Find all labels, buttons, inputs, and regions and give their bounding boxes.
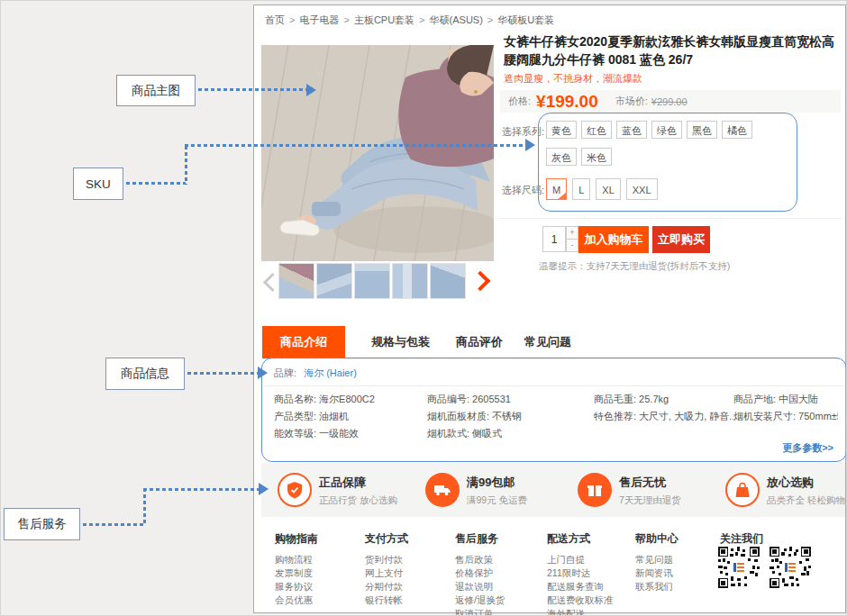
service-item: 正品保障 正品行货 放心选购	[278, 473, 397, 507]
footer-link[interactable]: 返修/退换货	[455, 593, 542, 607]
spec-cell: 烟机安装尺寸: 750mm±50mm (烟...	[733, 410, 838, 427]
footer-column-shopping-guide: 购物指南 购物流程 发票制度 服务协议 会员优惠	[275, 531, 361, 607]
tab-spec-packaging[interactable]: 规格与包装	[371, 326, 430, 358]
spec-cell: 商品产地: 中国大陆	[733, 393, 838, 410]
promo-text: 遮肉显瘦，不挑身材，潮流爆款	[504, 72, 642, 86]
footer-link[interactable]: 价格保护	[455, 566, 542, 580]
breadcrumb-link[interactable]: 主板CPU套装	[354, 14, 414, 25]
spec-cell: 烟机款式: 侧吸式	[427, 427, 594, 444]
quantity-input[interactable]	[542, 226, 566, 252]
footer-link[interactable]: 211限时达	[547, 566, 633, 580]
footer-link[interactable]: 配送费收取标准	[547, 593, 633, 607]
footer-link[interactable]: 联系我们	[635, 580, 722, 593]
quantity-increase-button[interactable]: +	[566, 226, 578, 240]
model-photo-illustration	[261, 45, 494, 261]
service-title: 售后无忧	[619, 475, 681, 491]
thumbnail-1[interactable]	[278, 263, 314, 299]
more-params-link[interactable]: 更多参数>>	[782, 441, 833, 455]
arrow-right-icon	[258, 367, 268, 379]
service-item: 满99包邮 满99元 免运费	[425, 473, 527, 507]
footer-link[interactable]: 上门自提	[547, 553, 633, 566]
footer-column-title: 购物指南	[275, 531, 361, 547]
footer-link[interactable]: 售后政策	[455, 553, 542, 566]
thumbnail-4[interactable]	[392, 263, 428, 299]
spec-cell: 烟机面板材质: 不锈钢	[427, 410, 594, 427]
quantity-decrease-button[interactable]: -	[566, 239, 578, 252]
annotation-line	[126, 182, 186, 185]
sku-highlight-outline	[538, 113, 797, 212]
tab-faq[interactable]: 常见问题	[524, 326, 571, 358]
bag-icon	[725, 473, 760, 507]
truck-icon	[425, 473, 460, 507]
service-desc: 7天无理由退货	[619, 494, 681, 507]
footer-link[interactable]: 退款说明	[455, 580, 542, 593]
price-value: ¥199.00	[536, 92, 598, 112]
footer-column-delivery: 配送方式 上门自提 211限时达 配送服务查询 配送费收取标准 海外配送	[547, 531, 633, 616]
service-title: 放心选购	[767, 475, 845, 491]
annotation-line	[143, 488, 259, 491]
annotation-label-main-image: 商品主图	[116, 75, 196, 106]
footer-link[interactable]: 配送服务查询	[547, 580, 633, 593]
service-desc: 满99元 免运费	[467, 494, 527, 507]
service-item: 放心选购 品类齐全 轻松购物	[725, 473, 845, 507]
arrow-right-icon	[306, 84, 316, 96]
brand-label: 品牌:	[274, 367, 296, 378]
return-policy-tip: 温馨提示：支持7天无理由退货(拆封后不支持)	[539, 260, 730, 273]
footer-link[interactable]: 网上支付	[365, 566, 451, 580]
qr-code	[770, 547, 811, 588]
market-price-value: ¥299.00	[651, 96, 688, 107]
footer-column-help: 帮助中心 常见问题 新闻资讯 联系我们	[635, 531, 722, 593]
service-title: 满99包邮	[467, 475, 527, 491]
thumbnail-3[interactable]	[354, 263, 390, 299]
footer-link[interactable]: 服务协议	[275, 580, 361, 593]
gift-icon	[578, 473, 612, 507]
breadcrumb-link[interactable]: 华硕板U套装	[497, 14, 554, 25]
breadcrumb-link[interactable]: 电子电器	[299, 14, 339, 25]
footer-link[interactable]: 分期付款	[365, 580, 451, 593]
chevron-right-icon[interactable]	[470, 271, 491, 292]
annotation-line	[185, 144, 525, 147]
footer-column-title: 帮助中心	[635, 531, 722, 547]
breadcrumb: 首页>电子电器>主板CPU套装>华硕(ASUS)>华硕板U套装	[262, 14, 557, 27]
annotation-line	[185, 146, 187, 185]
service-item: 售后无忧 7天无理由退货	[578, 473, 681, 507]
footer-link[interactable]: 海外配送	[547, 607, 633, 616]
arrow-right-icon	[525, 139, 535, 151]
service-title: 正品保障	[319, 475, 397, 491]
breadcrumb-link[interactable]: 华硕(ASUS)	[430, 14, 483, 25]
footer-link[interactable]: 发票制度	[275, 566, 361, 580]
tab-product-intro[interactable]: 商品介绍	[262, 326, 345, 358]
brand-link[interactable]: 海尔 (Haier)	[304, 367, 357, 378]
footer-link[interactable]: 购物流程	[275, 553, 361, 566]
buy-now-button[interactable]: 立即购买	[652, 226, 710, 253]
footer-link[interactable]: 银行转帐	[365, 593, 451, 607]
footer-link[interactable]: 会员优惠	[275, 593, 361, 607]
spec-cell: 特色推荐: 大尺寸, 大吸力, 静音...	[594, 410, 733, 427]
add-to-cart-button[interactable]: 加入购物车	[578, 226, 649, 253]
footer-column-payment: 支付方式 货到付款 网上支付 分期付款 银行转帐	[365, 531, 451, 607]
footer-link[interactable]: 取消订单	[455, 607, 542, 616]
footer-column-title: 关注我们	[720, 531, 806, 547]
product-title: 女裤牛仔裤女2020夏季新款泫雅长裤女韩版显瘦直筒宽松高腰阔腿九分牛仔裤 008…	[504, 32, 841, 68]
thumbnail-2[interactable]	[316, 263, 352, 299]
footer-link[interactable]: 货到付款	[365, 553, 451, 566]
spec-cell: 产品类型: 油烟机	[274, 410, 427, 427]
annotation-line	[198, 88, 306, 91]
divider	[500, 218, 841, 219]
footer-column-title: 支付方式	[365, 531, 451, 547]
breadcrumb-link[interactable]: 首页	[265, 14, 285, 25]
annotated-screenshot-canvas: 商品主图 SKU 商品信息 售后服务 首页>电子电器>主板CPU套装>华硕(AS…	[0, 0, 847, 616]
annotation-line	[83, 523, 146, 526]
footer-link[interactable]: 常见问题	[635, 553, 722, 566]
annotation-line	[143, 488, 146, 526]
footer-column-title: 售后服务	[455, 531, 542, 547]
tab-reviews[interactable]: 商品评价	[456, 326, 503, 358]
shield-icon	[278, 473, 312, 507]
annotation-label-sku: SKU	[73, 168, 123, 200]
detail-tabs: 商品介绍 规格与包装 商品评价 常见问题	[261, 326, 840, 359]
thumbnail-5[interactable]	[430, 263, 466, 299]
spec-cell: 能效等级: 一级能效	[274, 427, 427, 444]
spec-cell: 商品毛重: 25.7kg	[594, 393, 733, 410]
footer-link[interactable]: 新闻资讯	[635, 566, 722, 580]
product-main-image[interactable]	[261, 45, 494, 261]
